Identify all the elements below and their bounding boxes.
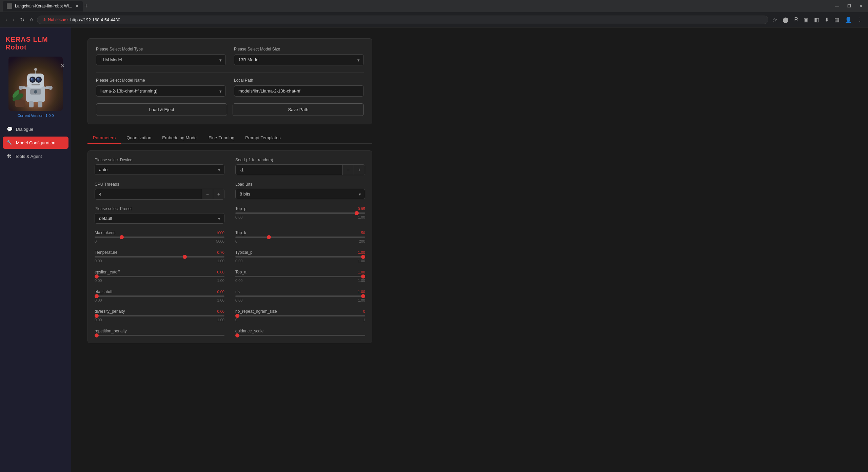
tab-bar: Langchain-Keras-llm-robot Wi... ✕ + — ❐ … [0, 0, 868, 12]
parameters-grid: Please select Device auto Seed (-1 for r… [95, 158, 365, 336]
guidance-scale-slider[interactable] [235, 335, 365, 336]
svg-point-10 [37, 78, 41, 82]
load-bits-group: Load Bits 8 bits [235, 182, 365, 200]
epsilon-cutoff-slider[interactable] [95, 276, 224, 277]
model-name-row: Please Select Model Name llama-2-13b-cha… [96, 78, 364, 97]
sidebar-item-model-config[interactable]: 🔧 Model Configuration [3, 137, 68, 149]
refresh-button[interactable]: ↻ [19, 15, 26, 24]
device-group: Please select Device auto [95, 158, 224, 175]
tab-embedding[interactable]: Embedding Model [157, 132, 203, 144]
model-size-label: Please Select Model Size [234, 47, 364, 52]
tab-fine-tuning[interactable]: Fine-Tunning [203, 132, 240, 144]
toolbar-icons: ☆ ⬤ R ▣ ◧ ⬇ ▨ 👤 ⋮ [771, 15, 864, 24]
typical-p-group: Typical_p 1.00 0.00 1.00 [235, 250, 365, 263]
browser-chrome: Langchain-Keras-llm-robot Wi... ✕ + — ❐ … [0, 0, 868, 27]
seed-increment[interactable]: + [354, 165, 365, 175]
svg-point-9 [31, 78, 35, 82]
top-p-slider[interactable] [235, 212, 365, 214]
top-a-slider[interactable] [235, 276, 365, 277]
back-button[interactable]: ‹ [4, 15, 8, 24]
tools-agent-label: Tools & Agent [15, 154, 42, 159]
top-p-min: 0.00 [235, 215, 242, 219]
tfs-slider[interactable] [235, 295, 365, 297]
svg-point-18 [19, 86, 23, 90]
model-type-select[interactable]: LLM Model [96, 54, 226, 65]
model-name-select[interactable]: llama-2-13b-chat-hf (running) [96, 85, 226, 97]
top-p-range-labels: 0.00 1.00 [235, 215, 365, 219]
cpu-threads-group: CPU Threads 4 − + [95, 182, 224, 200]
top-k-group: Top_k 50 0 200 [235, 230, 365, 243]
svg-rect-4 [15, 100, 25, 107]
temperature-group: Temperature 0.70 0.00 1.00 [95, 250, 224, 263]
diversity-penalty-header: diversity_penalty 0.00 [95, 309, 224, 314]
local-path-input[interactable] [234, 85, 364, 97]
security-indicator: ⚠ Not secure [43, 17, 67, 22]
eta-cutoff-min: 0.00 [95, 298, 102, 302]
typical-p-label: Typical_p [235, 250, 253, 255]
guidance-scale-header: guidance_scale [235, 329, 365, 333]
typical-p-slider[interactable] [235, 256, 365, 258]
seed-value: -1 [236, 165, 342, 175]
tab-prompt[interactable]: Prompt Templates [240, 132, 286, 144]
no-repeat-ngram-range-labels: 0 1 [235, 318, 365, 322]
tab-parameters[interactable]: Parameters [87, 132, 121, 144]
typical-p-max: 1.00 [358, 259, 365, 263]
tab-quantization[interactable]: Quantization [121, 132, 157, 144]
tfs-min: 0.00 [235, 298, 242, 302]
extension-2-icon[interactable]: R [793, 15, 800, 24]
restore-button[interactable]: ❐ [845, 2, 854, 10]
extension-5-icon[interactable]: ⬇ [823, 15, 830, 24]
no-repeat-ngram-slider[interactable] [235, 315, 365, 316]
dialogue-icon: 💬 [7, 126, 13, 132]
tab-close-button[interactable]: ✕ [75, 3, 79, 9]
temperature-slider[interactable] [95, 256, 224, 258]
browser-tab[interactable]: Langchain-Keras-llm-robot Wi... ✕ [3, 1, 83, 12]
repetition-penalty-slider[interactable] [95, 335, 224, 336]
svg-rect-15 [32, 84, 40, 85]
diversity-penalty-slider[interactable] [95, 315, 224, 316]
svg-point-14 [34, 68, 37, 71]
extension-4-icon[interactable]: ◧ [813, 15, 821, 24]
max-tokens-slider[interactable] [95, 237, 224, 238]
dialogue-label: Dialogue [16, 127, 33, 132]
repetition-penalty-group: repetition_penalty [95, 329, 224, 336]
window-controls: — ❐ ✕ [832, 2, 865, 10]
diversity-penalty-range-labels: 0.00 1.00 [95, 318, 224, 322]
account-icon[interactable]: 👤 [844, 15, 853, 24]
minimize-button[interactable]: — [832, 2, 842, 10]
menu-icon[interactable]: ⋮ [856, 15, 864, 24]
device-select[interactable]: auto [95, 164, 224, 175]
eta-cutoff-slider[interactable] [95, 295, 224, 297]
cpu-threads-increment[interactable]: + [213, 189, 224, 199]
temperature-min: 0.00 [95, 259, 102, 263]
address-input[interactable]: ⚠ Not secure https://192.168.4.54:4430 [37, 16, 768, 24]
repetition-penalty-label: repetition_penalty [95, 329, 127, 333]
extension-1-icon[interactable]: ⬤ [781, 15, 790, 24]
action-buttons: Load & Eject Save Path [96, 103, 364, 116]
seed-decrement[interactable]: − [342, 165, 354, 175]
bookmark-icon[interactable]: ☆ [771, 15, 778, 24]
forward-button[interactable]: › [11, 15, 16, 24]
seed-label: Seed (-1 for random) [235, 158, 365, 162]
model-name-select-wrapper: llama-2-13b-chat-hf (running) [96, 85, 226, 97]
svg-rect-23 [38, 101, 42, 107]
new-tab-button[interactable]: + [84, 3, 88, 10]
extension-6-icon[interactable]: ▨ [833, 15, 841, 24]
preset-select[interactable]: default [95, 213, 224, 224]
sidebar-item-tools-agent[interactable]: 🛠 Tools & Agent [3, 150, 68, 162]
eta-cutoff-group: eta_cutoff 0.00 0.00 1.00 [95, 289, 224, 302]
max-tokens-value: 1000 [216, 231, 224, 235]
close-window-button[interactable]: ✕ [856, 2, 865, 10]
model-size-select[interactable]: 13B Model [234, 54, 364, 65]
cpu-threads-decrement[interactable]: − [202, 189, 213, 199]
seed-input-row: -1 − + [235, 164, 365, 175]
save-path-button[interactable]: Save Path [233, 103, 364, 116]
sidebar-item-dialogue[interactable]: 💬 Dialogue [3, 123, 68, 135]
no-repeat-ngram-max: 1 [363, 318, 365, 322]
top-k-slider[interactable] [235, 237, 365, 238]
sidebar-close-button[interactable]: ✕ [60, 63, 65, 69]
home-button[interactable]: ⌂ [28, 15, 35, 24]
extension-3-icon[interactable]: ▣ [802, 15, 810, 24]
load-eject-button[interactable]: Load & Eject [96, 103, 227, 116]
load-bits-select[interactable]: 8 bits [235, 189, 365, 199]
